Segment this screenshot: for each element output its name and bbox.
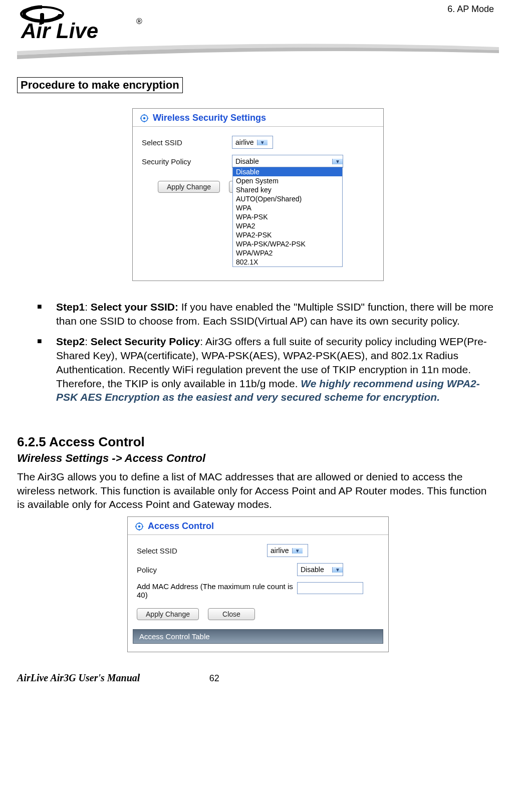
dropdown-option[interactable]: AUTO(Open/Shared) (233, 194, 342, 203)
step1-title: Select your SSID: (91, 301, 178, 313)
dropdown-option[interactable]: WPA/WPA2 (233, 248, 342, 257)
dropdown-option[interactable]: Disable (233, 167, 342, 176)
access-control-screenshot: Access Control Select SSID airlive ▼ Pol… (127, 516, 389, 652)
step2-title: Select Security Policy (91, 336, 200, 347)
dropdown-option[interactable]: WPA (233, 203, 342, 212)
policy-select[interactable]: Disable ▼ (297, 563, 343, 576)
mac-address-input[interactable] (297, 582, 363, 594)
chevron-down-icon: ▼ (257, 140, 268, 145)
ssid-select-value: airlive (232, 138, 257, 146)
svg-text:Air Live: Air Live (21, 19, 98, 43)
page-number: 62 (209, 673, 219, 684)
security-policy-select[interactable]: Disable ▼ Disable Open System Shared key… (232, 155, 343, 168)
security-policy-label: Security Policy (142, 157, 232, 166)
chapter-label: 6. AP Mode (447, 4, 499, 15)
dropdown-option[interactable]: Open System (233, 176, 342, 185)
panel-title-text: Access Control (148, 521, 214, 531)
security-policy-dropdown[interactable]: Disable Open System Shared key AUTO(Open… (232, 167, 343, 267)
subsection-heading: 6.2.5 Access Control (17, 434, 499, 450)
apply-change-button[interactable]: Apply Change (158, 181, 220, 193)
step2-lead: Step2 (56, 336, 85, 347)
chevron-down-icon: ▼ (332, 159, 343, 164)
dropdown-option[interactable]: Shared key (233, 185, 342, 194)
svg-point-5 (143, 117, 146, 119)
policy-select-value: Disable (298, 566, 332, 574)
dropdown-option[interactable]: WPA-PSK/WPA2-PSK (233, 239, 342, 248)
svg-text:®: ® (136, 17, 142, 26)
svg-point-11 (138, 525, 141, 527)
ssid-label: Select SSID (142, 138, 232, 147)
subsection-path: Wireless Settings -> Access Control (17, 452, 499, 465)
wireless-security-screenshot: Wireless Security Settings Select SSID a… (132, 108, 384, 281)
ssid-select[interactable]: airlive ▼ (267, 544, 308, 557)
chevron-down-icon: ▼ (292, 548, 303, 554)
step-item: Step2: Select Security Policy: Air3G off… (37, 335, 494, 404)
header-swoosh (17, 42, 499, 62)
brand-logo: Air Live ® (17, 4, 152, 45)
mac-address-label: Add MAC Address (The maximum rule count … (137, 582, 297, 599)
ssid-select[interactable]: airlive ▼ (232, 136, 273, 149)
access-control-table-header: Access Control Table (133, 629, 383, 644)
ssid-label: Select SSID (137, 547, 267, 555)
dropdown-option[interactable]: WPA-PSK (233, 212, 342, 221)
dropdown-option[interactable]: 802.1X (233, 257, 342, 266)
footer-manual-title: AirLive Air3G User's Manual (17, 672, 140, 684)
chevron-down-icon: ▼ (332, 567, 343, 573)
close-button[interactable]: Close (208, 608, 255, 620)
section-title: Procedure to make encryption (17, 77, 183, 93)
security-policy-value: Disable (232, 157, 332, 165)
ssid-select-value: airlive (268, 547, 292, 555)
dropdown-option[interactable]: WPA2 (233, 221, 342, 230)
gear-icon (140, 114, 149, 123)
panel-title-text: Wireless Security Settings (153, 113, 266, 123)
step1-lead: Step1 (56, 301, 85, 313)
gear-icon (135, 522, 144, 531)
dropdown-option[interactable]: WPA2-PSK (233, 230, 342, 239)
apply-change-button[interactable]: Apply Change (137, 608, 199, 620)
step-item: Step1: Select your SSID: If you have ena… (37, 300, 494, 328)
policy-label: Policy (137, 566, 297, 574)
subsection-paragraph: The Air3G allows you to define a list of… (17, 470, 494, 511)
